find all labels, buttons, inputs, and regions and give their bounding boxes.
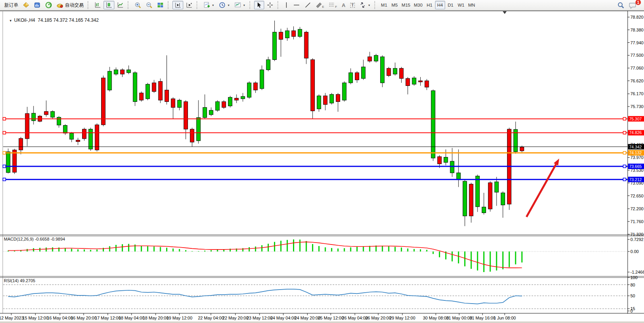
svg-text:0.7292: 0.7292 <box>630 237 644 242</box>
timeframe-h1-button[interactable]: H1 <box>425 1 435 9</box>
timeframe-h4-button[interactable]: H4 <box>435 1 445 9</box>
svg-text:77.940: 77.940 <box>630 40 644 45</box>
svg-text:74.826: 74.826 <box>629 130 642 135</box>
fibonacci-icon <box>328 2 335 9</box>
market-watch-icon <box>34 2 41 9</box>
timeframe-m1-button[interactable]: M1 <box>379 1 389 9</box>
search-button[interactable] <box>615 1 626 9</box>
timeframe-w1-button[interactable]: W1 <box>456 1 466 9</box>
toolbar-separator <box>128 1 130 9</box>
cursor-button[interactable] <box>254 1 264 9</box>
auto-trading-icon <box>56 2 64 9</box>
timeframe-m30-button[interactable]: M30 <box>412 1 424 9</box>
svg-text:73.970: 73.970 <box>630 155 644 160</box>
rsi-label: RSI(14) 49.2705 <box>4 278 35 283</box>
svg-text:72.200: 72.200 <box>630 206 644 211</box>
svg-text:17 May 12:00: 17 May 12:00 <box>95 316 121 320</box>
svg-text:16 May 04:00: 16 May 04:00 <box>47 316 73 320</box>
chart-shift-button[interactable] <box>172 1 183 9</box>
text-button[interactable]: A <box>339 1 348 9</box>
add-indicator-icon <box>203 2 210 9</box>
toolbar-separator <box>249 1 252 9</box>
history-button[interactable] <box>21 1 32 9</box>
template-icon <box>234 2 241 9</box>
cursor-icon <box>256 2 262 9</box>
chart-shift-marker[interactable] <box>503 11 507 14</box>
horizontal-line-button[interactable] <box>291 1 302 9</box>
search-icon <box>617 2 625 9</box>
svg-text:25 May 12:00: 25 May 12:00 <box>318 316 344 320</box>
channel-button[interactable]: E <box>314 1 326 9</box>
svg-text:0.00: 0.00 <box>630 249 639 254</box>
svg-text:24 May 20:00: 24 May 20:00 <box>295 316 321 320</box>
market-watch-button[interactable] <box>32 1 43 9</box>
svg-text:26 May 04:00: 26 May 04:00 <box>342 316 368 320</box>
chart-canvas[interactable]: 78.82078.38077.94077.50077.06076.62076.1… <box>0 10 644 323</box>
timeframe-mn-button[interactable]: MN <box>467 1 477 9</box>
arrows-icon <box>359 2 366 9</box>
trend-arrow[interactable] <box>526 159 559 217</box>
period-button[interactable]: ▼ <box>217 1 232 9</box>
svg-text:74.342: 74.342 <box>629 145 642 149</box>
svg-text:18 May 04:00: 18 May 04:00 <box>119 316 145 320</box>
chart-shift-icon <box>174 2 181 9</box>
horizontal-line-icon <box>293 2 300 9</box>
timeframe-m5-button[interactable]: M5 <box>390 1 400 9</box>
line-chart-button[interactable] <box>115 1 126 9</box>
tile-windows-button[interactable] <box>155 1 166 9</box>
svg-text:77.060: 77.060 <box>630 66 644 70</box>
add-indicator-button[interactable]: ▼ <box>201 1 216 9</box>
price-axis: 78.82078.38077.94077.50077.06076.62076.1… <box>628 15 644 237</box>
zoom-out-button[interactable] <box>144 1 154 9</box>
svg-text:50: 50 <box>630 293 635 298</box>
text-label-button[interactable]: T <box>348 1 357 9</box>
notifications-button[interactable]: 1 <box>627 1 639 9</box>
shapes-button[interactable]: ▼ <box>357 1 372 9</box>
macd-panel: 0.72920.00-1.2466 <box>3 237 644 274</box>
svg-text:72.650: 72.650 <box>630 194 644 198</box>
bar-chart-button[interactable] <box>92 1 103 9</box>
fibonacci-letter: F <box>335 5 337 9</box>
svg-text:-1.2466: -1.2466 <box>630 270 644 274</box>
dropdown-caret: ▼ <box>227 4 230 7</box>
candle-chart-button[interactable] <box>104 1 114 9</box>
toolbar-separator <box>168 1 170 9</box>
channel-letter: E <box>322 5 324 9</box>
new-order-button[interactable]: 新订单 <box>2 1 20 9</box>
auto-scroll-button[interactable] <box>184 1 195 9</box>
timeframe-m15-button[interactable]: M15 <box>400 1 412 9</box>
symbol-timeframe: UKOil-,H4 <box>14 17 35 23</box>
svg-text:16 May 20:00: 16 May 20:00 <box>71 316 97 320</box>
green-spiral-icon <box>45 2 52 9</box>
svg-text:80: 80 <box>630 283 635 287</box>
svg-text:23 May 12:00: 23 May 12:00 <box>247 316 273 320</box>
svg-text:71.320: 71.320 <box>630 232 644 237</box>
auto-trading-button[interactable]: 自动交易 <box>54 1 86 9</box>
toolbar-separator <box>277 1 280 9</box>
toolbar-separator <box>88 1 90 9</box>
svg-text:75.307: 75.307 <box>629 117 642 121</box>
chart-title: ▼UKOil-,H4 74.185 74.372 74.165 74.342 <box>4 12 99 28</box>
zoom-in-button[interactable] <box>132 1 143 9</box>
navigator-button[interactable] <box>43 1 54 9</box>
template-button[interactable]: ▼ <box>232 1 247 9</box>
svg-text:1 Jun 08:00: 1 Jun 08:00 <box>493 316 516 320</box>
auto-scroll-icon <box>186 2 193 9</box>
svg-text:31 May 00:00: 31 May 00:00 <box>446 316 472 320</box>
toolbar: 新订单 自动交易 ▼ ▼ <box>0 0 644 10</box>
clock-icon <box>219 2 226 9</box>
svg-text:100: 100 <box>630 275 637 280</box>
vertical-line-button[interactable] <box>282 1 291 9</box>
svg-text:18 May 20:00: 18 May 20:00 <box>143 316 169 320</box>
tile-windows-icon <box>157 2 164 9</box>
timeframe-d1-button[interactable]: D1 <box>446 1 456 9</box>
trendline-button[interactable] <box>302 1 313 9</box>
fibonacci-button[interactable]: F <box>326 1 339 9</box>
svg-text:24 May 04:00: 24 May 04:00 <box>270 316 297 320</box>
trendline-icon <box>304 2 311 9</box>
toolbar-separator <box>374 1 377 9</box>
svg-text:12 May 2023: 12 May 2023 <box>0 316 24 320</box>
dropdown-caret: ▼ <box>368 4 370 7</box>
ohlc-values: 74.185 74.372 74.165 74.342 <box>38 17 99 23</box>
crosshair-button[interactable] <box>265 1 275 9</box>
